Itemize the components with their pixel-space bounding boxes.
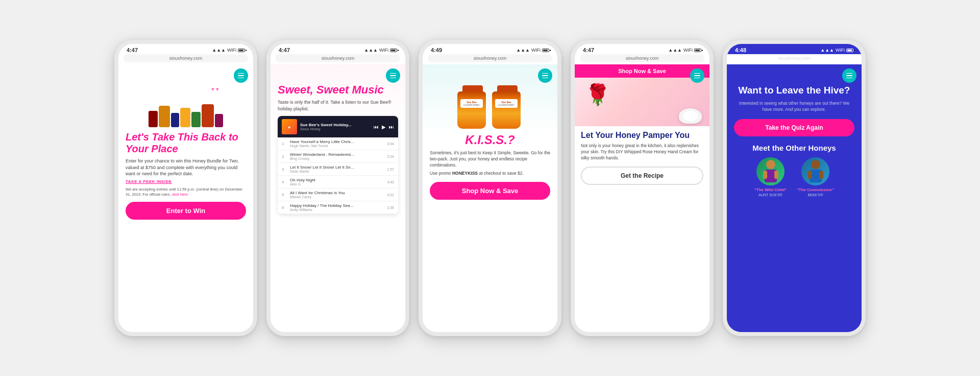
- song-number: 6: [282, 205, 287, 210]
- phone1-content: ♥ ♥ Let's Take This Back to: [118, 64, 253, 332]
- song-artist: Dean Martin: [290, 170, 384, 173]
- enter-to-win-button[interactable]: Enter to Win: [126, 202, 246, 220]
- play-button[interactable]: ▶: [382, 124, 386, 130]
- spotify-album-art: ▶: [282, 119, 297, 134]
- phone1-address-bar: siouxhoney.com: [124, 54, 248, 62]
- phone3-description: Sometimes, it's just best to Keep It Sim…: [430, 150, 550, 169]
- spotify-track-name: Sue Bee's Sweet Holiday...: [300, 123, 371, 127]
- phone1-menu-button[interactable]: [234, 68, 248, 83]
- signal-icon: ▲▲▲: [516, 48, 530, 53]
- prev-button[interactable]: ⏮: [374, 124, 379, 130]
- song-number: 4: [282, 180, 287, 184]
- next-button[interactable]: ⏭: [389, 124, 394, 130]
- phone3-main: Sue Bee CLOVER HONEY Sue Bee CLOVER HONE…: [423, 64, 557, 205]
- battery-icon: [238, 49, 245, 52]
- song-duration: 2:24: [387, 155, 394, 158]
- song-artist: Alex G: [290, 182, 384, 186]
- wifi-icon: WiFi: [836, 48, 845, 53]
- avatar-circle-2: [801, 157, 829, 185]
- menu-line-1: [238, 73, 244, 74]
- spotify-artist-name: Sioux Honey: [300, 127, 371, 131]
- menu-line-3: [694, 78, 700, 79]
- phone5-address-bar: siouxhoney.com: [732, 54, 856, 62]
- wifi-icon: WiFi: [379, 48, 388, 53]
- phone1-status-bar: 4:47 ▲▲▲ WiFi: [118, 44, 253, 54]
- phone5-description: Interested in seeing what other honeys a…: [734, 101, 854, 113]
- menu-line-1: [846, 73, 852, 74]
- song-item-5[interactable]: 5 All I Want for Christmas Is You Mariah…: [278, 189, 398, 201]
- phone4-url: siouxhoney.com: [626, 56, 658, 61]
- phone-5: 4:48 ▲▲▲ WiFi siouxhoney.com Want to Lea…: [723, 40, 866, 336]
- song-item-3[interactable]: 3 Let It Snow! Let It Snow! Let It Sn...…: [278, 163, 398, 176]
- song-artist: Andy Williams: [290, 208, 384, 212]
- phone4-title: Let Your Honey Pamper You: [581, 130, 703, 140]
- song-item-4[interactable]: 4 Oh Holy Night Alex G 4:43: [278, 176, 398, 189]
- wifi-icon: WiFi: [683, 48, 693, 53]
- phone1-status-icons: ▲▲▲ WiFi: [212, 48, 245, 53]
- svg-point-0: [766, 160, 775, 169]
- person-svg-2: [805, 158, 826, 184]
- phone2-menu-button[interactable]: [386, 68, 400, 83]
- song-item-2[interactable]: 2 Winter Wonderland - Remastered... Bing…: [278, 150, 398, 163]
- phone3-status-bar: 4:49 ▲▲▲ WiFi: [423, 44, 557, 54]
- song-duration: 2:36: [387, 206, 394, 209]
- wifi-icon: WiFi: [227, 48, 236, 53]
- phone5-url: siouxhoney.com: [778, 56, 811, 61]
- spotify-controls[interactable]: ⏮ ▶ ⏭: [374, 124, 394, 130]
- wifi-icon: WiFi: [531, 48, 541, 53]
- phone3-time: 4:49: [431, 47, 442, 53]
- song-title: Winter Wonderland - Remastered...: [290, 152, 356, 157]
- menu-line-2: [694, 75, 700, 76]
- menu-line-3: [542, 78, 548, 79]
- phone2-status-bar: 4:47 ▲▲▲ WiFi: [271, 44, 405, 54]
- phone4-main: Shop Now & Save 🌹 Let Your Honey Pamper …: [575, 64, 709, 189]
- phone4-description: Not only is your honey great in the kitc…: [581, 143, 703, 161]
- spotify-info: Sue Bee's Sweet Holiday... Sioux Honey: [300, 123, 371, 131]
- phone3-product-image: Sue Bee CLOVER HONEY Sue Bee CLOVER HONE…: [430, 83, 550, 129]
- get-recipe-button[interactable]: Get the Recipe: [581, 167, 703, 185]
- svg-rect-6: [808, 171, 812, 179]
- phone1-main: ♥ ♥ Let's Take This Back to: [118, 64, 253, 225]
- menu-line-3: [390, 78, 396, 79]
- svg-rect-3: [774, 171, 778, 179]
- menu-line-1: [542, 73, 548, 74]
- phone5-main: Want to Leave the Hive? Interested in se…: [727, 64, 862, 332]
- phone3-title: K.I.S.S.?: [430, 133, 550, 147]
- signal-icon: ▲▲▲: [364, 48, 378, 53]
- song-title: All I Want for Christmas Is You: [290, 191, 356, 195]
- signal-icon: ▲▲▲: [668, 48, 682, 53]
- shop-now-button[interactable]: Shop Now & Save: [430, 182, 550, 200]
- song-info: Have Yourself a Merry Little Chris... Hu…: [290, 139, 384, 148]
- phone4-menu-button[interactable]: [690, 68, 704, 83]
- phone2-time: 4:47: [279, 47, 290, 53]
- avatar-label-2: "The Connoisseur" BEEK'S®: [797, 187, 834, 197]
- song-item-1[interactable]: 1 Have Yourself a Merry Little Chris... …: [278, 137, 398, 150]
- phone1-description: Enter for your chance to win this Honey …: [126, 158, 246, 177]
- phone-1: 4:47 ▲▲▲ WiFi siouxhoney.com ♥ ♥: [114, 40, 257, 336]
- phone5-menu-button[interactable]: [842, 68, 856, 83]
- take-quiz-button[interactable]: Take the Quiz Again: [734, 119, 854, 136]
- phone4-address-bar: siouxhoney.com: [580, 54, 704, 62]
- phone2-description: Taste is only the half of it. Take a lis…: [278, 99, 398, 112]
- song-item-6[interactable]: 6 Happy Holiday / The Holiday Sea... And…: [278, 201, 398, 214]
- song-number: 2: [282, 154, 287, 159]
- phone5-content: Want to Leave the Hive? Interested in se…: [727, 64, 862, 332]
- phone2-url: siouxhoney.com: [322, 56, 354, 61]
- signal-icon: ▲▲▲: [820, 48, 834, 53]
- phone4-shop-bar[interactable]: Shop Now & Save: [575, 64, 709, 78]
- song-title: Happy Holiday / The Holiday Sea...: [290, 203, 356, 208]
- phone3-status-icons: ▲▲▲ WiFi: [516, 48, 549, 53]
- phone1-link[interactable]: TAKE A PEEK INSIDE: [126, 179, 246, 184]
- battery-icon: [390, 49, 397, 52]
- phone1-product-image: ♥ ♥: [126, 84, 246, 127]
- battery-icon: [694, 49, 701, 52]
- phone1-click-here[interactable]: click here.: [172, 192, 189, 197]
- song-duration: 3:04: [387, 142, 394, 146]
- menu-line-2: [846, 75, 852, 76]
- song-title: Let It Snow! Let It Snow! Let It Sn...: [290, 165, 356, 170]
- phone2-title: Sweet, Sweet Music: [278, 84, 398, 96]
- song-number: 1: [282, 142, 287, 146]
- spotify-player: ▶ Sue Bee's Sweet Holiday... Sioux Honey…: [278, 116, 398, 214]
- phone1-legal-text: We are accepting entries until 11:59 p.m…: [126, 187, 246, 198]
- phone3-menu-button[interactable]: [538, 68, 552, 83]
